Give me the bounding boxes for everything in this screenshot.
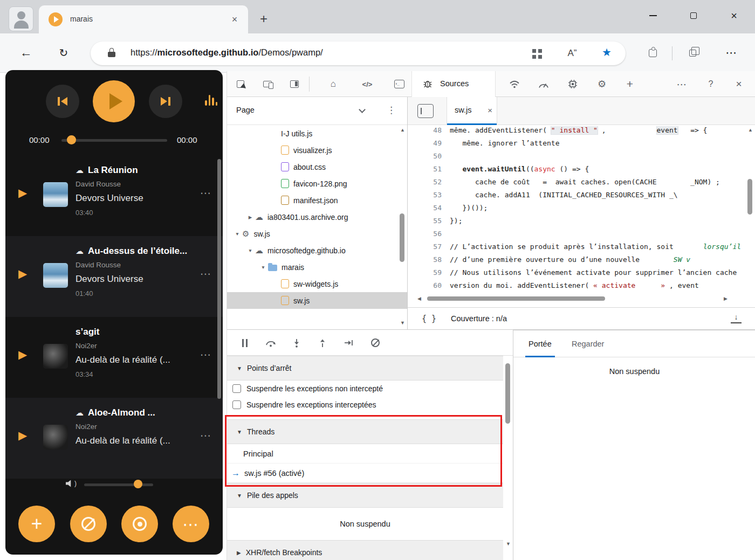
- tree-item[interactable]: ia803401.us.archive.org: [227, 209, 408, 225]
- scrollbar-thumb[interactable]: [400, 213, 404, 262]
- profile-avatar[interactable]: [9, 6, 33, 31]
- tree-chevron-icon[interactable]: [232, 231, 242, 237]
- scroll-left-icon[interactable]: [417, 296, 421, 301]
- close-button[interactable]: [726, 8, 742, 24]
- player-more-button[interactable]: [173, 506, 209, 542]
- editor-horizontal-scrollbar[interactable]: [408, 294, 755, 303]
- cpu-memory-icon[interactable]: [566, 77, 580, 91]
- tree-item[interactable]: favicon-128.png: [227, 175, 408, 192]
- scroll-right-icon[interactable]: [724, 296, 727, 301]
- breakpoints-section-header[interactable]: Points d’arrêt: [227, 356, 503, 381]
- track-play-icon[interactable]: [18, 348, 27, 361]
- tab-sources[interactable]: Sources: [411, 71, 496, 97]
- editor-tab-swjs[interactable]: sw.js: [447, 97, 497, 125]
- extensions-icon[interactable]: [646, 46, 659, 59]
- step-icon[interactable]: [341, 336, 355, 350]
- add-song-button[interactable]: [18, 506, 55, 542]
- navigator-vertical-scrollbar[interactable]: [399, 127, 406, 328]
- favorite-star-icon[interactable]: [600, 45, 614, 59]
- step-out-icon[interactable]: [315, 336, 330, 350]
- editor-tab-close-icon[interactable]: [488, 106, 492, 115]
- track-more-button[interactable]: [200, 348, 211, 361]
- section-collapse-icon[interactable]: [237, 429, 242, 435]
- tab-watch[interactable]: Regarder: [568, 330, 607, 357]
- section-collapse-icon[interactable]: [237, 365, 242, 371]
- minimize-button[interactable]: [645, 8, 661, 24]
- tree-chevron-icon[interactable]: [245, 215, 255, 220]
- lock-icon[interactable]: [108, 48, 115, 59]
- scrollbar-thumb[interactable]: [747, 179, 752, 215]
- tree-item[interactable]: sw-widgets.js: [227, 275, 408, 292]
- record-button[interactable]: [121, 506, 158, 542]
- scrollbar-thumb[interactable]: [427, 296, 605, 301]
- refresh-button[interactable]: [56, 45, 71, 60]
- device-emulation-icon[interactable]: [260, 77, 274, 91]
- scroll-up-icon[interactable]: [400, 127, 405, 133]
- shuffle-off-button[interactable]: [70, 506, 107, 542]
- checkbox-unchecked[interactable]: [232, 384, 241, 393]
- help-icon[interactable]: [704, 77, 718, 91]
- visualizer-icon[interactable]: [205, 95, 217, 106]
- editor-code[interactable]: même. addEventListener( " install " , ev…: [450, 126, 744, 294]
- maximize-button[interactable]: [685, 8, 702, 24]
- tree-item[interactable]: visualizer.js: [227, 142, 408, 158]
- navigator-menu-icon[interactable]: [387, 105, 396, 116]
- chevron-down-icon[interactable]: [359, 106, 366, 113]
- scroll-down-icon[interactable]: [506, 541, 511, 547]
- apps-grid-icon[interactable]: [531, 47, 543, 59]
- step-over-icon[interactable]: [264, 336, 278, 350]
- elements-tab-icon[interactable]: [358, 77, 377, 91]
- uncaught-exceptions-row[interactable]: Suspendre les exceptions non intercepté: [227, 381, 503, 397]
- pause-script-icon[interactable]: [238, 336, 252, 350]
- play-button[interactable]: [93, 80, 135, 122]
- scroll-up-icon[interactable]: [748, 127, 753, 133]
- inspect-element-icon[interactable]: [234, 77, 248, 91]
- tab-scope[interactable]: Portée: [525, 330, 555, 357]
- back-button[interactable]: [18, 45, 33, 60]
- volume-handle[interactable]: [134, 480, 142, 488]
- dock-side-icon[interactable]: [287, 77, 301, 91]
- tree-item[interactable]: manifest.json: [227, 192, 408, 209]
- console-tab-icon[interactable]: ›_: [392, 77, 406, 91]
- tree-item[interactable]: microsoftedge.github.io: [227, 242, 408, 259]
- browser-menu-button[interactable]: [724, 45, 739, 60]
- read-aloud-icon[interactable]: [565, 46, 579, 60]
- track-item[interactable]: s’agitNoi2erAu-delà de la réalité (...03…: [5, 317, 223, 398]
- browser-tab[interactable]: marais: [39, 5, 248, 33]
- performance-icon[interactable]: [537, 77, 551, 91]
- caught-exceptions-row[interactable]: Suspendre les exceptions interceptées: [227, 397, 503, 413]
- home-tab-icon[interactable]: [326, 77, 340, 91]
- thread-item-swjs[interactable]: sw.js #56 (activé): [227, 464, 503, 483]
- seek-bar[interactable]: [61, 139, 167, 142]
- callstack-section-header[interactable]: Pile des appels: [227, 483, 503, 508]
- debugger-vertical-scrollbar[interactable]: [505, 358, 512, 558]
- threads-section-header[interactable]: Threads: [227, 419, 503, 444]
- tree-item[interactable]: sw.js: [227, 292, 408, 309]
- tree-item[interactable]: marais: [227, 259, 408, 275]
- tree-chevron-icon[interactable]: [245, 248, 255, 253]
- tree-item[interactable]: about.css: [227, 158, 408, 175]
- previous-track-button[interactable]: [46, 85, 79, 118]
- volume-slider[interactable]: [84, 483, 153, 486]
- seek-handle[interactable]: [67, 135, 76, 144]
- track-more-button[interactable]: [200, 186, 211, 199]
- new-tab-button[interactable]: [256, 11, 272, 27]
- track-item[interactable]: Aloe-Almond ...Noi2erAu-delà de la réali…: [5, 398, 223, 479]
- section-expand-icon[interactable]: [237, 550, 241, 556]
- url-text[interactable]: https://microsoftedge.github.io/Demos/pw…: [131, 47, 323, 58]
- collapse-sidebar-icon[interactable]: [417, 104, 434, 118]
- track-play-icon[interactable]: [18, 186, 27, 199]
- tab-close-icon[interactable]: [228, 12, 242, 26]
- scrollbar-thumb[interactable]: [505, 363, 510, 424]
- tree-chevron-icon[interactable]: [258, 265, 268, 270]
- tree-item[interactable]: sw.js: [227, 225, 408, 242]
- scroll-down-icon[interactable]: [400, 320, 405, 326]
- playlist-scrollbar[interactable]: [217, 159, 221, 399]
- track-more-button[interactable]: [200, 429, 211, 442]
- track-more-button[interactable]: [200, 267, 211, 280]
- tree-item[interactable]: I-J utils.js: [227, 125, 408, 142]
- track-play-icon[interactable]: [18, 267, 27, 280]
- thread-item-principal[interactable]: Principal: [227, 444, 503, 464]
- more-tools-plus-icon[interactable]: [623, 77, 637, 91]
- track-play-icon[interactable]: [18, 429, 27, 442]
